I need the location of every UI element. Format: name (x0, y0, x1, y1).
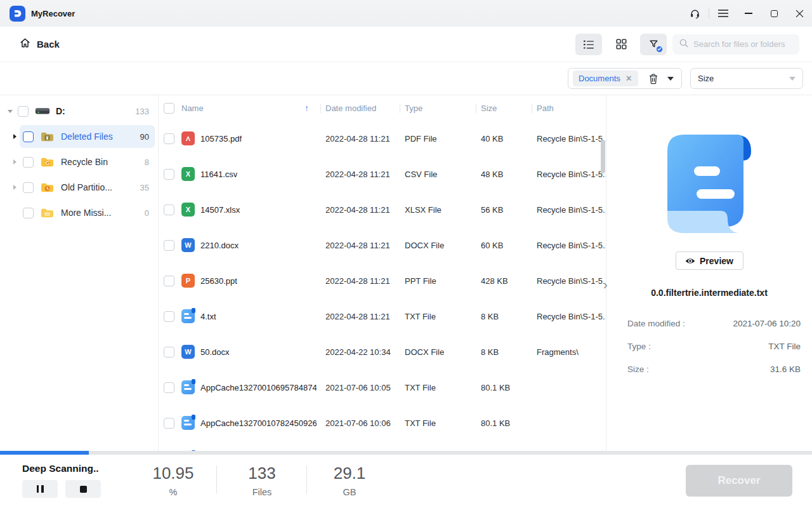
file-row[interactable]: X14507.xlsx2022-04-28 11:21XLSX File56 K… (159, 192, 606, 227)
sidebar-item-d[interactable]: D:133 (0, 98, 158, 124)
filter-chip-label: Documents (579, 74, 620, 83)
folder-tree-sidebar: D:133Deleted Files90Recycle Bin8Old Part… (0, 95, 159, 451)
file-date: 2022-04-22 10:34 (320, 347, 400, 357)
detail-row-type: Type : TXT File (627, 342, 801, 351)
file-size: 60 KB (476, 241, 532, 250)
row-checkbox[interactable] (164, 382, 174, 393)
caret-right-icon[interactable] (10, 185, 20, 190)
file-type: CSV File (400, 170, 476, 179)
row-checkbox[interactable] (164, 276, 174, 286)
column-header-path[interactable]: Path (532, 104, 606, 113)
preview-button[interactable]: Preview (676, 251, 743, 270)
sidebar-item-deleted-files[interactable]: Deleted Files90 (0, 124, 158, 149)
folder-more-icon (40, 207, 55, 219)
tree-checkbox[interactable] (18, 106, 29, 117)
file-path: Recycle Bin\S-1-5... (532, 312, 606, 321)
menu-icon[interactable] (710, 0, 736, 27)
pause-scan-button[interactable] (22, 480, 58, 498)
row-checkbox[interactable] (164, 240, 174, 251)
file-name: 11641.csv (200, 170, 237, 179)
file-date: 2021-07-06 10:06 (320, 418, 400, 428)
preview-panel: Preview 0.0.filtertrie.intermediate.txt … (606, 95, 812, 451)
sort-ascending-icon[interactable]: ↑ (304, 103, 309, 113)
stat-size: 29.1 GB (318, 464, 381, 497)
tree-item-count: 0 (145, 208, 155, 218)
row-checkbox[interactable] (164, 204, 174, 215)
file-size: 80.1 KB (476, 383, 532, 392)
size-filter-dropdown[interactable]: Size (690, 68, 803, 89)
column-header-date-modified[interactable]: Date modified (320, 104, 400, 113)
recover-button[interactable]: Recover (686, 465, 792, 497)
file-row[interactable]: X11641.csv2022-04-28 11:21CSV File48 KBR… (159, 156, 606, 192)
grid-view-button[interactable] (608, 34, 634, 55)
txt-file-icon (181, 309, 195, 323)
file-row[interactable]: W2210.docx2022-04-28 11:21DOCX File60 KB… (159, 227, 606, 263)
column-header-size[interactable]: Size (476, 104, 532, 113)
file-row[interactable]: 4.txt2022-04-28 11:21TXT File8 KBRecycle… (159, 298, 606, 334)
row-checkbox[interactable] (164, 133, 174, 144)
filters-dropdown-caret-icon[interactable] (667, 77, 674, 81)
tree-checkbox[interactable] (23, 182, 34, 193)
file-row[interactable]: AppCache132700107824362023.txt2021-07-06… (159, 441, 606, 451)
row-checkbox[interactable] (164, 347, 174, 358)
sidebar-item-old-partitio[interactable]: Old Partitio...35 (0, 175, 158, 200)
file-row[interactable]: AppCache132700106957848744.txt2021-07-06… (159, 370, 606, 405)
tree-checkbox[interactable] (23, 208, 34, 218)
list-view-button[interactable] (575, 34, 602, 55)
column-header-name[interactable]: Name ↑ (181, 103, 320, 113)
file-size: 56 KB (476, 205, 532, 215)
back-button[interactable]: Back (19, 37, 60, 51)
filter-row: Documents ✕ Size (0, 62, 812, 95)
size-dropdown-caret-icon (789, 77, 796, 81)
support-headset-icon[interactable] (682, 0, 707, 27)
file-row[interactable]: P25630.ppt2022-04-28 11:21PPT File428 KB… (159, 263, 606, 298)
toolbar: Back (0, 27, 812, 62)
select-all-checkbox[interactable] (164, 103, 174, 114)
detail-row-date-modified: Date modified : 2021-07-06 10:20 (627, 319, 801, 328)
remove-filter-icon[interactable]: ✕ (625, 74, 632, 83)
file-type: PDF File (400, 134, 476, 144)
sidebar-item-more-missi[interactable]: More Missi...0 (0, 200, 158, 225)
app-title: MyRecover (31, 9, 75, 18)
file-row[interactable]: AppCache132700107824509269.txt2021-07-06… (159, 405, 606, 441)
filter-chip-documents[interactable]: Documents ✕ (573, 70, 638, 86)
file-row[interactable]: 105735.pdf2022-04-28 11:21PDF File40 KBR… (159, 121, 606, 156)
caret-right-icon[interactable] (10, 159, 20, 164)
titlebar: MyRecover (0, 0, 812, 27)
preview-button-label: Preview (700, 256, 733, 266)
column-header-type[interactable]: Type (400, 104, 476, 113)
file-row[interactable]: W50.docx2022-04-22 10:34DOCX File8 KBFra… (159, 334, 606, 370)
close-button[interactable] (787, 0, 812, 27)
vertical-scrollbar[interactable] (601, 140, 605, 173)
pause-icon (37, 485, 39, 493)
collapse-panel-chevron-icon[interactable]: › (603, 278, 608, 291)
file-type: DOCX File (400, 347, 476, 357)
myrecover-window: MyRecover Back (0, 0, 812, 508)
stop-icon (80, 486, 87, 493)
caret-right-icon[interactable] (10, 134, 20, 139)
excel-file-icon: X (181, 203, 195, 217)
tree-checkbox[interactable] (23, 157, 34, 168)
minimize-button[interactable] (736, 0, 761, 27)
row-checkbox[interactable] (164, 311, 174, 322)
stop-scan-button[interactable] (65, 480, 101, 498)
txt-file-icon (181, 380, 195, 394)
tree-checkbox[interactable] (23, 131, 34, 142)
row-checkbox[interactable] (164, 169, 174, 180)
active-filters-group: Documents ✕ (568, 68, 682, 89)
sidebar-item-recycle-bin[interactable]: Recycle Bin8 (0, 149, 158, 175)
row-checkbox[interactable] (164, 418, 174, 429)
search-icon (679, 38, 689, 51)
search-input[interactable] (693, 39, 793, 49)
search-box[interactable] (672, 34, 799, 55)
maximize-button[interactable] (761, 0, 787, 27)
filter-button[interactable] (640, 34, 667, 55)
drive-icon (35, 107, 50, 116)
file-path: Recycle Bin\S-1-5... (532, 170, 606, 179)
clear-filters-trash-icon[interactable] (648, 73, 658, 84)
word-file-icon: W (181, 238, 195, 252)
back-label: Back (37, 39, 60, 50)
file-size: 80.1 KB (476, 418, 532, 428)
footer: Deep Scanning.. 10.95 % 133 Files 29.1 G… (0, 451, 812, 508)
caret-down-icon[interactable] (5, 110, 15, 113)
